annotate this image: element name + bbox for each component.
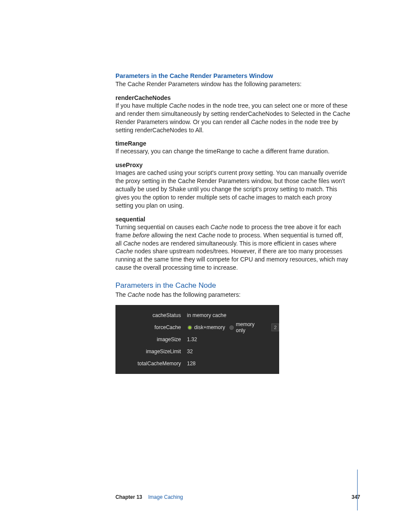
footer-chapter: Chapter 13 [115,494,142,500]
cache-node-panel: cacheStatus in memory cache forceCache d… [115,305,279,374]
value-imagesizelimit: 32 [187,348,193,355]
footer-divider [357,470,358,510]
param-text-timerange: If necessary, you can change the timeRan… [115,147,351,156]
intro-cache-node: The Cache node has the following paramet… [115,291,351,299]
radio-dot-off-icon [229,325,234,330]
param-name-sequential: sequential [115,216,351,223]
radio-label-disk-memory: disk+memory [194,324,225,330]
row-imagesizelimit: imageSizeLimit 32 [115,345,279,358]
param-name-rendercachenodes: renderCacheNodes [115,94,351,101]
page: Parameters in the Cache Render Parameter… [0,0,411,532]
footer-section: Image Caching [148,494,183,500]
row-forcecache: forceCache disk+memory memory only 2 [115,321,279,333]
heading-render-params: Parameters in the Cache Render Parameter… [115,72,351,79]
radio-dot-on-icon [187,325,193,330]
param-name-timerange: timeRange [115,140,351,147]
value-imagesize: 1.32 [187,336,197,342]
radio-label-memory-only: memory only [236,321,266,333]
label-cachestatus: cacheStatus [115,312,187,318]
row-totalcachememory: totalCacheMemory 128 [115,358,279,370]
param-text-useproxy: Images are cached using your script's cu… [115,169,351,209]
row-cachestatus: cacheStatus in memory cache [115,309,279,321]
label-imagesize: imageSize [115,336,187,342]
value-cachestatus: in memory cache [187,312,226,318]
heading-cache-node: Parameters in the Cache Node [115,281,351,290]
label-imagesizelimit: imageSizeLimit [115,348,187,355]
label-totalcachememory: totalCacheMemory [115,361,187,367]
param-text-sequential: Turning sequential on causes each Cache … [115,223,351,272]
param-text-rendercachenodes: If you have multiple Cache nodes in the … [115,102,351,134]
radio-memory-only[interactable]: memory only [229,321,266,333]
radio-disk-memory[interactable]: disk+memory [187,324,225,330]
param-name-useproxy: useProxy [115,162,351,168]
footer-page-number: 347 [352,494,360,500]
value-totalcachememory: 128 [187,361,196,367]
forcecache-numbox[interactable]: 2 [271,324,279,331]
row-imagesize: imageSize 1.32 [115,333,279,345]
intro-render-params: The Cache Render Parameters window has t… [115,80,351,88]
page-footer: Chapter 13 Image Caching 347 [115,494,360,500]
label-forcecache: forceCache [115,324,187,330]
